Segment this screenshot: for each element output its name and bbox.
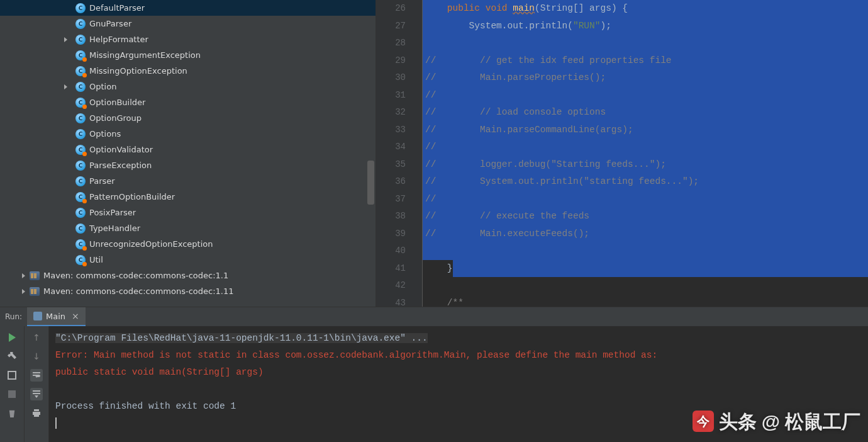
run-config-icon [33, 312, 42, 320]
tree-lib-label: Maven: commons-codec:commons-codec:1.1 [43, 271, 228, 280]
modify-run-config-button[interactable] [6, 350, 18, 363]
run-toolbar-left [0, 326, 25, 442]
line-number[interactable]: 29 [376, 52, 406, 70]
tree-item-option[interactable]: COption [0, 79, 376, 94]
line-number[interactable]: 30 [376, 69, 406, 87]
exit-button[interactable] [6, 388, 18, 400]
tree-item-label: OptionValidator [89, 145, 153, 154]
tree-item-posixparser[interactable]: CPosixParser [0, 205, 376, 220]
editor-code[interactable]: public void main(String[] args) { System… [423, 0, 868, 307]
class-icon: C [75, 224, 86, 234]
run-toolbar-nav: ↑ ↓ [25, 326, 49, 442]
tree-item-optiongroup[interactable]: COptionGroup [0, 110, 376, 126]
tree-scrollbar[interactable] [367, 161, 374, 205]
class-icon: C [75, 161, 86, 171]
code-line[interactable]: // // get the idx feed properties file [423, 52, 868, 70]
code-line[interactable]: // [423, 139, 868, 156]
line-number[interactable]: 36 [376, 173, 406, 191]
code-line[interactable] [423, 242, 868, 260]
code-line[interactable]: System.out.println("RUN"); [423, 18, 868, 35]
run-tab-label: Main [46, 312, 65, 321]
class-icon: C [75, 3, 86, 13]
tree-item-defaultparser[interactable]: CDefaultParser [0, 0, 376, 16]
line-number[interactable]: 27 [376, 18, 406, 35]
code-line[interactable]: // // execute the feeds [423, 208, 868, 225]
class-icon: C [75, 176, 86, 186]
code-line[interactable] [423, 277, 868, 295]
up-stacktrace-button[interactable]: ↑ [30, 331, 43, 344]
tree-item-optionbuilder[interactable]: COptionBuilder [0, 94, 376, 110]
code-line[interactable]: // [423, 191, 868, 208]
line-number[interactable]: 38 [376, 208, 406, 225]
line-number[interactable]: 39 [376, 225, 406, 243]
class-icon: C [75, 145, 86, 155]
code-line[interactable]: // Main.executeFeeds(); [423, 225, 868, 243]
tree-item-missingoptionexception[interactable]: CMissingOptionException [0, 63, 376, 79]
project-tree[interactable]: CDefaultParserCGnuParserCHelpFormatterCM… [0, 0, 376, 307]
tree-item-options[interactable]: COptions [0, 126, 376, 142]
line-number[interactable]: 31 [376, 87, 406, 105]
tree-item-parser[interactable]: CParser [0, 173, 376, 189]
close-icon[interactable]: × [72, 311, 79, 321]
class-icon: C [75, 50, 86, 60]
line-number[interactable]: 33 [376, 122, 406, 139]
watermark-logo-icon: 今 [693, 411, 714, 432]
tree-lib[interactable]: Maven: commons-codec:commons-codec:1.11 [0, 283, 376, 299]
print-button[interactable] [30, 407, 43, 419]
tree-item-label: PosixParser [89, 208, 136, 217]
library-icon [30, 287, 40, 296]
code-line[interactable]: public void main(String[] args) { [423, 0, 868, 18]
code-line[interactable]: /** [423, 295, 868, 312]
class-icon: C [75, 129, 86, 139]
code-line[interactable]: // System.out.println("starting feeds...… [423, 173, 868, 191]
console-output[interactable]: "C:\Program Files\RedHat\java-11-openjdk… [49, 326, 868, 442]
class-icon: C [75, 35, 86, 45]
stop-button[interactable] [6, 369, 18, 382]
line-number[interactable]: 40 [376, 242, 406, 260]
class-icon: C [75, 66, 86, 76]
line-number[interactable]: 34 [376, 139, 406, 156]
class-icon: C [75, 255, 86, 265]
line-number[interactable]: 26 [376, 0, 406, 18]
tree-item-label: MissingArgumentException [89, 50, 201, 60]
tree-item-helpformatter[interactable]: CHelpFormatter [0, 31, 376, 47]
line-number[interactable]: 35 [376, 156, 406, 174]
rerun-button[interactable] [6, 331, 18, 344]
run-label: Run: [0, 307, 27, 326]
delete-button[interactable] [6, 407, 18, 419]
tree-item-parseexception[interactable]: CParseException [0, 157, 376, 173]
line-number[interactable]: 37 [376, 191, 406, 208]
tree-item-optionvalidator[interactable]: COptionValidator [0, 142, 376, 157]
tree-item-patternoptionbuilder[interactable]: CPatternOptionBuilder [0, 189, 376, 205]
line-number[interactable]: 42 [376, 277, 406, 295]
editor[interactable]: 262728293031323334353637383940414243 pub… [376, 0, 868, 307]
watermark: 今 头条 @松鼠工厂 [693, 411, 860, 432]
code-line[interactable] [423, 35, 868, 52]
tree-item-util[interactable]: CUtil [0, 252, 376, 268]
code-line[interactable]: // Main.parseCommandLine(args); [423, 122, 868, 139]
code-line[interactable]: // logger.debug("Starting feeds..."); [423, 156, 868, 174]
run-tab-main[interactable]: Main × [27, 307, 86, 326]
line-number[interactable]: 43 [376, 295, 406, 312]
down-stacktrace-button[interactable]: ↓ [30, 350, 43, 363]
console-error-line-1: Error: Main method is not static in clas… [55, 347, 862, 364]
tree-item-gnuparser[interactable]: CGnuParser [0, 16, 376, 31]
class-icon: C [75, 82, 86, 92]
tree-lib[interactable]: Maven: commons-codec:commons-codec:1.1 [0, 268, 376, 283]
tree-item-missingargumentexception[interactable]: CMissingArgumentException [0, 47, 376, 63]
scroll-to-end-button[interactable] [30, 388, 43, 400]
code-line[interactable]: } [423, 260, 868, 278]
code-line[interactable]: // // load console options [423, 104, 868, 122]
tree-item-unrecognizedoptionexception[interactable]: CUnrecognizedOptionException [0, 236, 376, 252]
tree-item-label: OptionBuilder [89, 98, 145, 107]
soft-wrap-button[interactable] [30, 369, 43, 382]
tree-item-label: Parser [89, 176, 115, 186]
class-icon: C [75, 239, 86, 249]
class-icon: C [75, 98, 86, 108]
line-number[interactable]: 41 [376, 260, 406, 278]
code-line[interactable]: // Main.parseProperties(); [423, 69, 868, 87]
code-line[interactable]: // [423, 87, 868, 105]
tree-item-typehandler[interactable]: CTypeHandler [0, 220, 376, 236]
line-number[interactable]: 32 [376, 104, 406, 122]
line-number[interactable]: 28 [376, 35, 406, 52]
